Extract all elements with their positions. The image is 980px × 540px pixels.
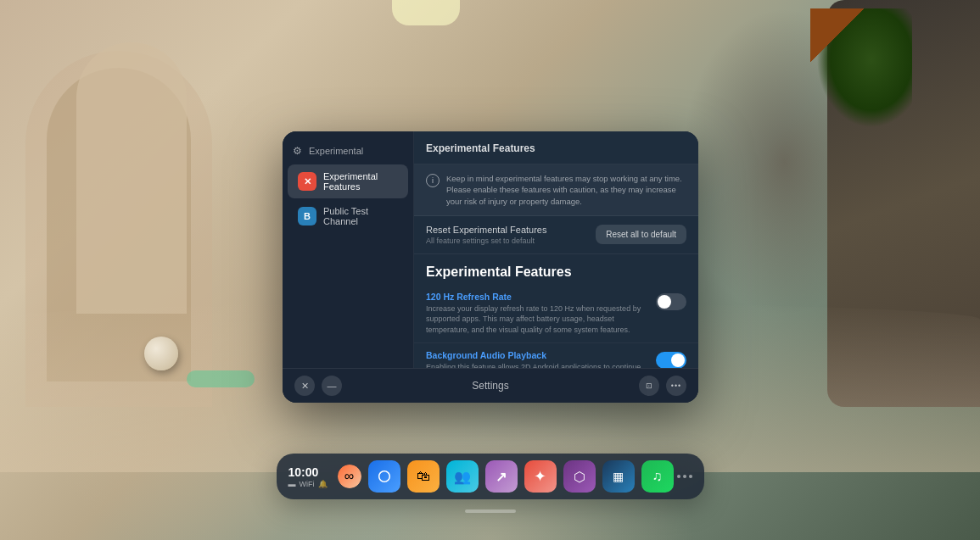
feature-bg-audio-name: Background Audio Playback <box>426 350 646 360</box>
taskbar-more-dots[interactable] <box>677 475 692 478</box>
feature-120hz-info: 120 Hz Refresh Rate Increase your displa… <box>426 292 656 336</box>
taskbar-time-section: 10:00 ▬ WiFi 🔔 <box>288 465 328 488</box>
footer-right-controls: ⊡ ••• <box>639 376 686 396</box>
app-store[interactable]: 🛍 <box>407 460 440 493</box>
feature-120hz-desc: Increase your display refresh rate to 12… <box>426 303 646 336</box>
app-dark-purple[interactable]: ⬡ <box>563 460 596 493</box>
minimize-button[interactable]: — <box>322 376 342 396</box>
reset-label: Reset Experimental Features <box>426 225 546 235</box>
dot-1 <box>677 475 680 478</box>
info-text: Keep in mind experimental features may s… <box>446 173 686 207</box>
feature-bg-audio-desc: Enabling this feature allows 2D Android … <box>426 362 646 368</box>
feature-bg-audio: Background Audio Playback Enabling this … <box>414 343 698 368</box>
feature-bg-audio-info: Background Audio Playback Enabling this … <box>426 350 656 368</box>
taskbar-status-row: ▬ WiFi 🔔 <box>288 480 328 488</box>
reset-label-group: Reset Experimental Features All feature … <box>426 225 546 245</box>
sidebar-item-experimental-features[interactable]: ✕ Experimental Features <box>288 164 408 198</box>
app-music[interactable]: ♫ <box>641 460 674 493</box>
dot-2 <box>683 475 686 478</box>
public-test-channel-icon: B <box>298 207 316 225</box>
app-red[interactable]: ✦ <box>524 460 557 493</box>
app-people[interactable]: 👥 <box>446 460 479 493</box>
app-grid[interactable]: ▦ <box>602 460 635 493</box>
dot-3 <box>689 475 692 478</box>
taskbar-time: 10:00 <box>288 465 319 479</box>
app-meta[interactable] <box>368 460 400 493</box>
pip-button[interactable]: ⊡ <box>639 376 659 396</box>
wifi-icon: WiFi <box>300 480 315 488</box>
toggle-bg-audio[interactable] <box>656 352 686 368</box>
experimental-features-icon: ✕ <box>298 172 316 191</box>
info-icon: i <box>426 174 440 187</box>
features-title: Experimental Features <box>414 254 698 285</box>
app-share[interactable]: ↗ <box>485 460 518 493</box>
sidebar-item-public-test-channel[interactable]: B Public Test Channel <box>288 199 408 233</box>
toggle-120hz[interactable] <box>656 293 686 310</box>
reset-button[interactable]: Reset all to default <box>596 225 686 244</box>
close-button[interactable]: ✕ <box>294 376 315 396</box>
scroll-indicator <box>465 509 516 513</box>
taskbar-apps: 🛍 👥 ↗ ✦ ⬡ ▦ ♫ <box>368 460 674 493</box>
modal-body: ⚙ Experimental ✕ Experimental Features B… <box>283 131 698 368</box>
settings-modal: ⚙ Experimental ✕ Experimental Features B… <box>283 131 698 403</box>
reset-section: Reset Experimental Features All feature … <box>414 216 698 254</box>
bell-icon: 🔔 <box>318 480 328 488</box>
gear-icon: ⚙ <box>293 145 302 157</box>
info-banner: i Keep in mind experimental features may… <box>414 164 698 216</box>
modal-footer: ✕ — Settings ⊡ ••• <box>283 368 698 403</box>
sidebar-item-label: Experimental Features <box>323 171 398 192</box>
meta-logo: ∞ <box>338 465 361 488</box>
sidebar-section-title: Experimental <box>309 146 363 156</box>
content-header: Experimental Features <box>414 131 698 164</box>
feature-120hz: 120 Hz Refresh Rate Increase your displa… <box>414 285 698 343</box>
footer-left-controls: ✕ — <box>294 376 342 396</box>
content-area: Experimental Features i Keep in mind exp… <box>414 131 698 368</box>
content-title: Experimental Features <box>426 142 535 154</box>
footer-title: Settings <box>472 380 508 392</box>
more-button[interactable]: ••• <box>666 376 686 396</box>
battery-icon: ▬ <box>288 480 296 488</box>
sidebar-item-label: Public Test Channel <box>323 206 398 226</box>
meta-logo-icon[interactable]: ∞ <box>338 465 361 488</box>
taskbar: 10:00 ▬ WiFi 🔔 ∞ 🛍 👥 ↗ ✦ ⬡ ▦ ♫ <box>277 454 704 499</box>
sidebar-section-header: ⚙ Experimental <box>283 138 413 164</box>
reset-sublabel: All feature settings set to default <box>426 237 546 245</box>
sidebar: ⚙ Experimental ✕ Experimental Features B… <box>283 131 414 368</box>
feature-120hz-name: 120 Hz Refresh Rate <box>426 292 646 302</box>
